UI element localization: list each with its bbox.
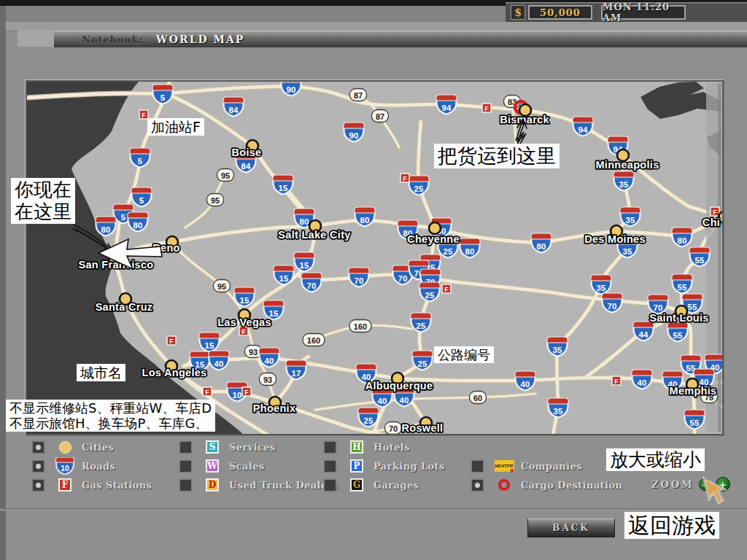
legend-icon-slot: W bbox=[201, 459, 223, 472]
svg-text:60: 60 bbox=[473, 394, 482, 402]
legend-checkbox-roads[interactable] bbox=[31, 459, 45, 473]
svg-text:25: 25 bbox=[425, 291, 435, 300]
svg-text:40: 40 bbox=[265, 357, 274, 365]
svg-text:F: F bbox=[205, 389, 209, 396]
city-label-chi: Chi bbox=[703, 217, 720, 228]
svg-text:F: F bbox=[614, 378, 619, 385]
legend-row-companies: NEXTFR★Companies bbox=[471, 456, 622, 475]
legend-checkbox-cargo-destination[interactable] bbox=[471, 478, 484, 492]
svg-text:95: 95 bbox=[217, 282, 226, 291]
svg-text:93: 93 bbox=[263, 376, 272, 384]
city-label-phoenix: Phoenix bbox=[253, 402, 296, 414]
svg-text:F: F bbox=[169, 338, 174, 345]
road-icon: 10 bbox=[55, 457, 74, 475]
legend-checkbox-companies[interactable] bbox=[471, 459, 484, 473]
us-route-shield-95: 95 bbox=[214, 280, 231, 292]
svg-text:44: 44 bbox=[639, 330, 649, 339]
svg-text:5: 5 bbox=[160, 93, 166, 102]
legend-checkbox-parking-lots[interactable] bbox=[323, 459, 337, 473]
bottom-divider bbox=[0, 508, 747, 510]
svg-text:55: 55 bbox=[695, 256, 705, 265]
svg-text:87: 87 bbox=[376, 112, 384, 121]
svg-text:F: F bbox=[484, 105, 489, 112]
svg-text:25: 25 bbox=[418, 359, 427, 368]
svg-text:10: 10 bbox=[233, 391, 242, 400]
legend-label-cities: Cities bbox=[82, 442, 114, 453]
interstate-shield-70: 70 bbox=[603, 294, 622, 313]
svg-text:10: 10 bbox=[61, 464, 69, 472]
interstate-shield-80: 80 bbox=[96, 217, 116, 236]
legend-label-hotels: Hotels bbox=[374, 442, 410, 453]
svg-text:35: 35 bbox=[597, 284, 606, 292]
map-edge-shadow bbox=[718, 83, 721, 432]
scales-icon: W bbox=[206, 459, 219, 472]
notebook-label: Notebook: bbox=[82, 34, 143, 45]
interstate-shield-15: 15 bbox=[295, 253, 314, 272]
svg-text:35: 35 bbox=[626, 216, 635, 225]
zoom-in-button[interactable]: + bbox=[716, 477, 730, 491]
datetime-display: MON 11:20 AM bbox=[601, 5, 686, 20]
svg-text:70: 70 bbox=[398, 274, 408, 283]
interstate-shield-80: 80 bbox=[128, 213, 148, 232]
svg-text:5: 5 bbox=[121, 213, 126, 222]
city-icon bbox=[59, 441, 71, 454]
interstate-shield-40: 40 bbox=[209, 351, 229, 370]
gas-station-note: 加油站F bbox=[147, 118, 204, 136]
interstate-shield-25: 25 bbox=[420, 283, 440, 302]
svg-text:80: 80 bbox=[133, 221, 143, 230]
city-label-santa-cruz: Santa Cruz bbox=[96, 301, 153, 313]
legend-checkbox-cities[interactable] bbox=[31, 440, 45, 454]
us-route-shield-95: 95 bbox=[207, 194, 224, 206]
svg-text:84: 84 bbox=[229, 106, 239, 114]
svg-text:35: 35 bbox=[623, 247, 632, 256]
legend-icon-slot bbox=[493, 479, 515, 491]
money-icon: $ bbox=[511, 5, 525, 20]
svg-text:80: 80 bbox=[678, 236, 687, 245]
interstate-shield-35: 35 bbox=[614, 172, 634, 191]
legend-label-scales: Scales bbox=[229, 461, 265, 472]
interstate-shield-80: 80 bbox=[460, 239, 480, 258]
svg-text:5: 5 bbox=[139, 196, 144, 205]
interstate-shield-94: 94 bbox=[437, 96, 457, 114]
legend-row-gas-stations: FGas Stations bbox=[31, 475, 152, 494]
svg-text:80: 80 bbox=[101, 225, 111, 234]
back-button[interactable]: BACK bbox=[527, 518, 615, 537]
legend-checkbox-services[interactable] bbox=[179, 440, 193, 454]
world-map[interactable]: 8787959595839393160160607078590908484551… bbox=[26, 80, 724, 435]
legend-icon-slot: 10 bbox=[54, 457, 76, 475]
zoom-out-button[interactable]: – bbox=[699, 478, 711, 491]
legend-label-cargo-destination: Cargo Destination bbox=[521, 480, 622, 491]
zoom-control: ZOOM – + bbox=[651, 477, 730, 491]
us-route-shield-70: 70 bbox=[385, 422, 402, 435]
svg-text:70: 70 bbox=[654, 303, 663, 312]
svg-text:25: 25 bbox=[414, 184, 424, 193]
svg-text:40: 40 bbox=[638, 378, 647, 387]
legend-row-garages: GGarages bbox=[323, 475, 445, 494]
highway-number-note: 公路编号 bbox=[434, 346, 494, 363]
svg-text:F: F bbox=[142, 112, 146, 119]
legend-checkbox-used-truck-dealers[interactable] bbox=[179, 478, 193, 492]
legend-checkbox-scales[interactable] bbox=[179, 459, 193, 473]
legend-icon-slot: H bbox=[346, 440, 368, 454]
left-edge-shading bbox=[0, 6, 6, 560]
gas-station-marker: F bbox=[242, 387, 251, 396]
legend-checkbox-gas-stations[interactable] bbox=[31, 478, 45, 492]
legend-checkbox-garages[interactable] bbox=[323, 478, 337, 492]
legend-row-cargo-destination: Cargo Destination bbox=[471, 475, 622, 494]
interstate-shield-35: 35 bbox=[621, 208, 640, 227]
svg-text:80: 80 bbox=[465, 247, 475, 256]
svg-text:15: 15 bbox=[205, 341, 214, 350]
hotels-icon: H bbox=[350, 440, 363, 454]
interstate-shield-40: 40 bbox=[632, 370, 652, 389]
interstate-shield-80: 80 bbox=[355, 208, 375, 227]
legend-checkbox-hotels[interactable] bbox=[323, 440, 337, 454]
svg-text:40: 40 bbox=[214, 359, 224, 368]
interstate-shield-5: 5 bbox=[132, 188, 152, 207]
interstate-shield-5: 5 bbox=[153, 85, 173, 104]
interstate-shield-35: 35 bbox=[549, 399, 568, 418]
svg-text:55: 55 bbox=[688, 303, 697, 311]
svg-text:160: 160 bbox=[307, 336, 320, 345]
garages-icon: G bbox=[350, 478, 363, 491]
zoom-label: ZOOM bbox=[651, 479, 694, 490]
svg-text:35: 35 bbox=[553, 346, 562, 354]
